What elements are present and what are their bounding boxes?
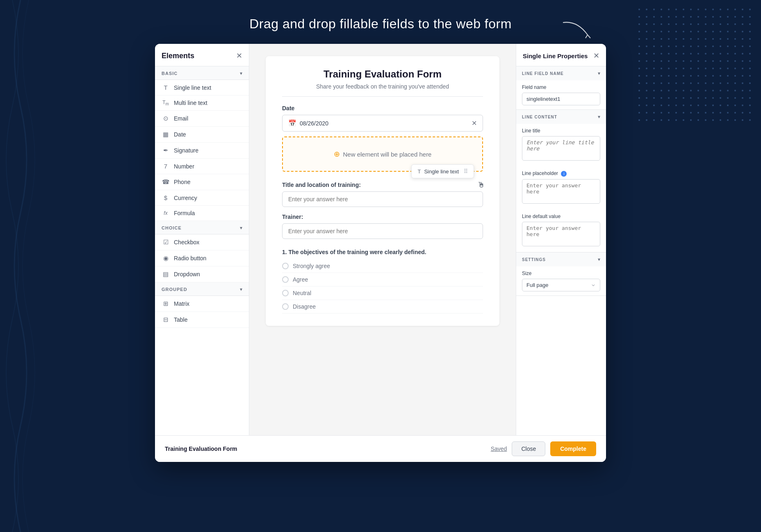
radio-circle-4 [282,303,289,310]
date-icon: ▦ [162,131,170,138]
trainer-input[interactable] [282,223,483,239]
form-fields-area: Title and location of training: Trainer:… [282,182,483,314]
props-title: Single Line Properties [523,52,588,59]
settings-chevron[interactable]: ▾ [598,257,600,262]
app-window: Elements ✕ BASIC ▾ T Single line text Tm… [155,44,606,462]
radio-circle-2 [282,276,289,283]
size-select[interactable]: Full page Half page Third page [522,279,600,291]
props-close-icon[interactable]: ✕ [593,51,599,60]
radio-icon: ◉ [162,255,170,262]
multi-line-icon: Tm [162,100,170,106]
radio-label: Radio button [174,255,206,261]
line-field-name-chevron[interactable]: ▾ [598,70,600,76]
element-single-line-text[interactable]: T Single line text [155,80,249,95]
matrix-icon: ⊞ [162,300,170,307]
basic-section-header: BASIC ▾ [155,66,249,80]
drag-tooltip: T Single line text ⠿ 🖱 [411,164,474,178]
line-placeholder-field: Line placeholder i [516,166,606,209]
grouped-chevron-icon[interactable]: ▾ [240,286,242,292]
email-icon: ⊙ [162,115,170,122]
sidebar-title: Elements [162,52,194,60]
line-title-input[interactable] [522,136,600,161]
element-checkbox[interactable]: ☑ Checkbox [155,234,249,250]
sidebar-header: Elements ✕ [155,44,249,66]
element-table[interactable]: ⊟ Table [155,312,249,328]
element-signature[interactable]: ✒ Signature [155,143,249,159]
element-email[interactable]: ⊙ Email [155,111,249,127]
field-name-input[interactable] [522,93,600,105]
app-body: Elements ✕ BASIC ▾ T Single line text Tm… [155,44,606,435]
date-value: 08/26/2020 [300,120,472,127]
line-content-header: LINE CONTENT ▾ [516,110,606,124]
checkbox-icon: ☑ [162,239,170,246]
sidebar-close-icon[interactable]: ✕ [236,51,242,60]
element-phone[interactable]: ☎ Phone [155,174,249,190]
grouped-section-label: GROUPED [162,287,187,292]
size-field: Size Full page Half page Third page [516,266,606,296]
footer-form-name: Training Evaluatioon Form [165,446,237,452]
line-field-name-label: LINE FIELD NAME [522,71,564,76]
choice-chevron-icon[interactable]: ▾ [240,225,242,231]
table-icon: ⊟ [162,316,170,323]
number-icon: 7 [162,163,170,170]
element-multi-line-text[interactable]: Tm Multi line text [155,95,249,111]
currency-label: Currency [174,195,197,201]
line-content-section: LINE CONTENT ▾ Line title Line placehold… [516,110,606,252]
date-label: Date [174,131,186,138]
form-title: Training Evaluation Form [282,68,483,80]
title-location-input[interactable] [282,191,483,207]
date-input-wrapper[interactable]: 📅 08/26/2020 ✕ [282,115,483,132]
saved-indicator[interactable]: Saved [491,446,507,452]
phone-icon: ☎ [162,178,170,186]
radio-label-4: Disagree [293,303,316,310]
settings-label: SETTINGS [522,257,546,262]
single-line-label: Single line text [174,84,211,91]
table-label: Table [174,316,187,323]
radio-label-1: Strongly agree [293,263,330,269]
calendar-icon: 📅 [288,119,296,127]
email-label: Email [174,115,188,122]
line-field-name-header: LINE FIELD NAME ▾ [516,66,606,80]
complete-button[interactable]: Complete [550,441,596,456]
element-date[interactable]: ▦ Date [155,127,249,143]
date-section-label: Date [282,105,483,111]
line-placeholder-input[interactable] [522,179,600,204]
dropdown-icon: ▤ [162,271,170,278]
basic-chevron-icon[interactable]: ▾ [240,70,242,76]
multi-line-label: Multi line text [174,100,207,106]
signature-icon: ✒ [162,147,170,154]
currency-icon: $ [162,194,170,201]
date-clear-icon[interactable]: ✕ [472,119,477,127]
element-formula[interactable]: fx Formula [155,206,249,221]
radio-option-disagree[interactable]: Disagree [282,300,483,314]
choice-section-label: CHOICE [162,225,182,230]
size-label: Size [522,271,600,276]
line-content-chevron[interactable]: ▾ [598,114,600,120]
line-default-input[interactable] [522,222,600,246]
cursor-icon: 🖱 [478,181,485,189]
radio-option-strongly-agree[interactable]: Strongly agree [282,259,483,273]
matrix-label: Matrix [174,300,189,307]
form-card: Training Evaluation Form Share your feed… [266,56,499,326]
radio-label-2: Agree [293,276,308,283]
settings-section: SETTINGS ▾ Size Full page Half page Thir… [516,252,606,296]
close-button[interactable]: Close [512,441,545,456]
field-name-label: Field name [522,84,600,90]
drop-zone[interactable]: ⊕ New element will be placed here T Sing… [282,136,483,172]
placeholder-info-icon[interactable]: i [561,171,567,177]
header-area: Drag and drop fillable fields to the web… [0,0,761,44]
grouped-section-header: GROUPED ▾ [155,282,249,296]
radio-option-neutral[interactable]: Neutral [282,286,483,300]
element-radio-button[interactable]: ◉ Radio button [155,250,249,266]
element-currency[interactable]: $ Currency [155,190,249,206]
props-header: Single Line Properties ✕ [516,44,606,66]
line-default-field: Line default value [516,209,606,252]
line-default-label: Line default value [522,214,600,219]
formula-label: Formula [174,210,195,216]
element-number[interactable]: 7 Number [155,159,249,174]
header-title: Drag and drop fillable fields to the web… [249,16,512,32]
checkbox-label: Checkbox [174,239,199,246]
radio-option-agree[interactable]: Agree [282,273,483,286]
element-matrix[interactable]: ⊞ Matrix [155,296,249,312]
element-dropdown[interactable]: ▤ Dropdown [155,266,249,282]
